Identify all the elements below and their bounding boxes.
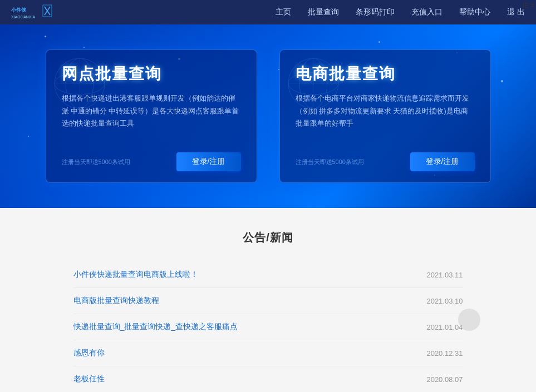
news-date-0: 2021.03.11	[426, 271, 463, 279]
news-item: 快递批量查询_批量查询快递_查快递之客服痛点 2021.01.04	[73, 314, 463, 340]
news-date-4: 2020.08.07	[426, 375, 463, 384]
card1-footer: 注册当天即送5000条试用 登录/注册	[62, 152, 241, 171]
card1-note: 注册当天即送5000条试用	[62, 158, 130, 166]
card2-login-btn[interactable]: 登录/注册	[410, 152, 475, 171]
svg-text:XIAOJIANXIA: XIAOJIANXIA	[11, 15, 36, 19]
hero-banner: 网点批量查询 根据各个快递进出港客服跟单规则开发（例如韵达的催派 中通的错分 中…	[0, 24, 536, 208]
nav-batch-query[interactable]: 批量查询	[308, 7, 339, 17]
scroll-button[interactable]	[458, 309, 480, 331]
news-date-1: 2021.03.10	[426, 297, 463, 305]
card-network-query: 网点批量查询 根据各个快递进出港客服跟单规则开发（例如韵达的催派 中通的错分 中…	[46, 49, 257, 183]
nav-links: 主页 批量查询 条形码打印 充值入口 帮助中心 退 出	[276, 7, 525, 17]
news-item: 感恩有你 2020.12.31	[73, 340, 463, 366]
news-link-2[interactable]: 快递批量查询_批量查询快递_查快递之客服痛点	[73, 322, 238, 332]
news-item: 小件侠快递批量查询电商版上线啦！ 2021.03.11	[73, 262, 463, 288]
corner-indicator: iE #	[523, 2, 534, 9]
content-area: 公告/新闻 小件侠快递批量查询电商版上线啦！ 2021.03.11 电商版批量查…	[0, 208, 536, 392]
nav-barcode-print[interactable]: 条形码打印	[356, 7, 395, 17]
news-list: 小件侠快递批量查询电商版上线啦！ 2021.03.11 电商版批量查询快递教程 …	[73, 262, 463, 392]
card2-footer: 注册当天即送5000条试用 登录/注册	[296, 152, 475, 171]
news-item: 老板任性 2020.08.07	[73, 366, 463, 392]
news-date-3: 2020.12.31	[426, 349, 463, 358]
news-link-3[interactable]: 感恩有你	[73, 348, 105, 358]
nav-home[interactable]: 主页	[276, 7, 291, 17]
news-link-0[interactable]: 小件侠快递批量查询电商版上线啦！	[73, 270, 198, 280]
news-item: 电商版批量查询快递教程 2021.03.10	[73, 288, 463, 314]
nav-recharge[interactable]: 充值入口	[411, 7, 442, 17]
news-link-4[interactable]: 老板任性	[73, 374, 105, 384]
card1-login-btn[interactable]: 登录/注册	[176, 152, 241, 171]
news-section-title: 公告/新闻	[45, 230, 491, 245]
card-ecommerce-query: 电商批量查询 根据各个电商平台对商家快递物流信息追踪需求而开发（例如 拼多多对物…	[279, 49, 491, 183]
card2-note: 注册当天即送5000条试用	[296, 158, 364, 166]
nav-logout[interactable]: 退 出	[507, 7, 525, 17]
news-date-2: 2021.01.04	[426, 323, 463, 331]
news-link-1[interactable]: 电商版批量查询快递教程	[73, 296, 159, 306]
svg-text:小件侠: 小件侠	[11, 7, 27, 13]
logo: 小件侠 XIAOJIANXIA	[11, 4, 56, 21]
nav-help[interactable]: 帮助中心	[459, 7, 490, 17]
navbar: 小件侠 XIAOJIANXIA 主页 批量查询 条形码打印 充值入口 帮助中心 …	[0, 0, 536, 24]
